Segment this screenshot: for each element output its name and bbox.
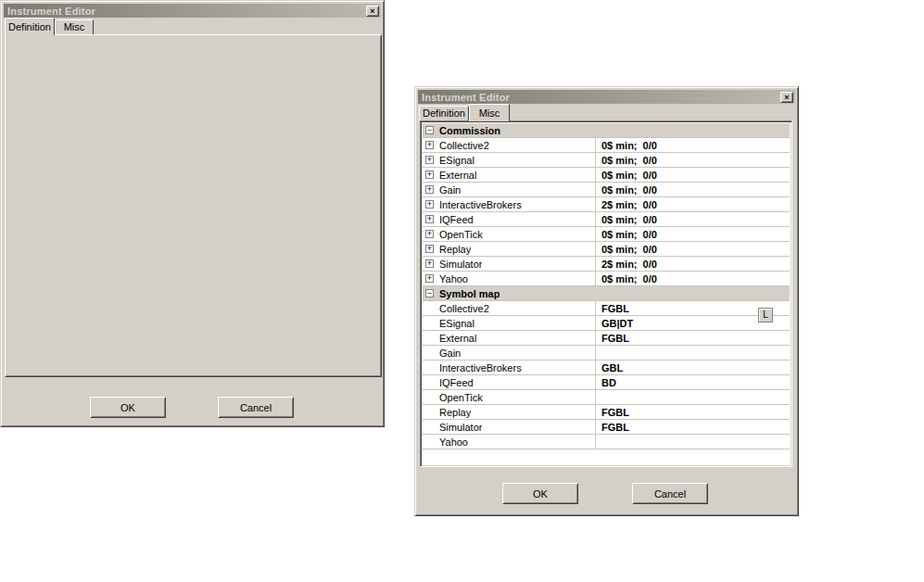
grid-group-header[interactable]: −Symbol map — [423, 286, 790, 301]
grid-row[interactable]: +Gain0$ min; 0/0 — [423, 183, 790, 197]
close-icon[interactable]: × — [366, 6, 379, 17]
property-name: External — [434, 333, 476, 344]
property-name: Simulator — [434, 259, 482, 270]
property-value[interactable]: 0$ min; 0/0 — [596, 214, 790, 225]
property-value[interactable]: FGBL — [596, 333, 790, 344]
property-value[interactable]: FGBL — [596, 422, 790, 433]
window-title: Instrument Editor — [7, 6, 95, 17]
property-value[interactable]: BD — [596, 377, 790, 388]
grid-row[interactable]: SimulatorFGBL — [423, 420, 790, 435]
collapse-icon[interactable]: − — [425, 289, 434, 297]
tab-misc[interactable]: Misc — [469, 104, 510, 121]
property-value[interactable]: 2$ min; 0/0 — [596, 259, 790, 270]
grid-row[interactable]: +ESignal0$ min; 0/0 — [423, 153, 790, 168]
misc-tab-panel: −Commission+Collective20$ min; 0/0+ESign… — [420, 120, 792, 467]
property-value[interactable]: 0$ min; 0/0 — [596, 170, 790, 181]
cancel-button[interactable]: Cancel — [218, 397, 294, 418]
expand-icon[interactable]: + — [425, 156, 434, 164]
tab-definition[interactable]: Definition — [5, 18, 55, 35]
grid-row[interactable]: Collective2FGBL — [423, 301, 790, 316]
property-name: IQFeed — [434, 214, 474, 225]
grid-row[interactable]: +OpenTick0$ min; 0/0 — [423, 227, 790, 242]
grid-row[interactable]: +Collective20$ min; 0/0 — [423, 138, 790, 153]
grid-row[interactable]: +IQFeed0$ min; 0/0 — [423, 212, 790, 227]
property-value[interactable]: 0$ min; 0/0 — [596, 155, 790, 166]
grid-row[interactable]: Yahoo — [423, 435, 790, 449]
grid-row[interactable]: ExternalFGBL — [423, 331, 790, 346]
property-name: OpenTick — [434, 392, 483, 403]
property-name: Yahoo — [434, 273, 468, 285]
ok-button[interactable]: OK — [502, 483, 578, 504]
grid-row[interactable]: ReplayFGBL — [423, 405, 790, 420]
property-name: InteractiveBrokers — [434, 362, 522, 373]
property-name: IQFeed — [434, 377, 474, 388]
property-value[interactable]: 2$ min; 0/0 — [596, 199, 790, 210]
property-name: OpenTick — [434, 229, 483, 240]
property-value[interactable]: 0$ min; 0/0 — [596, 184, 790, 196]
grid-row[interactable]: Gain — [423, 346, 790, 361]
titlebar[interactable]: Instrument Editor × — [418, 90, 795, 104]
property-name: External — [434, 170, 476, 181]
property-name: Simulator — [434, 422, 482, 433]
expand-icon[interactable]: + — [425, 200, 434, 209]
collapse-icon[interactable]: − — [425, 126, 434, 134]
property-value[interactable]: 0$ min; 0/0 — [596, 229, 790, 240]
tab-definition[interactable]: Definition — [419, 106, 469, 120]
grid-row[interactable]: +Yahoo0$ min; 0/0 — [423, 272, 790, 286]
grid-row[interactable]: OpenTick — [423, 390, 790, 405]
property-name: Gain — [434, 184, 461, 196]
grid-row[interactable]: InteractiveBrokersGBL — [423, 361, 790, 375]
group-header-label: Commission — [434, 125, 500, 136]
property-name: Replay — [434, 244, 471, 255]
property-value[interactable]: FGBL — [596, 407, 790, 418]
property-value[interactable]: 0$ min; 0/0 — [596, 140, 790, 151]
expand-icon[interactable]: + — [425, 185, 434, 194]
tab-misc[interactable]: Misc — [55, 19, 94, 34]
group-header-label: Symbol map — [434, 288, 500, 299]
property-name: Collective2 — [434, 303, 489, 314]
property-name: InteractiveBrokers — [434, 199, 522, 210]
property-name: Gain — [434, 348, 461, 359]
misc-property-grid: −Commission+Collective20$ min; 0/0+ESign… — [423, 123, 790, 464]
property-name: Yahoo — [434, 436, 468, 448]
definition-tab-panel — [5, 34, 382, 377]
desktop: Instrument Editor × Definition Misc Mast… — [0, 0, 924, 582]
grid-row[interactable]: +External0$ min; 0/0 — [423, 168, 790, 183]
window-title: Instrument Editor — [422, 92, 510, 103]
titlebar[interactable]: Instrument Editor × — [4, 4, 381, 18]
property-value[interactable]: 0$ min; 0/0 — [596, 244, 790, 255]
property-name: ESignal — [434, 155, 475, 166]
expand-icon[interactable]: + — [425, 274, 434, 283]
expand-icon[interactable]: + — [425, 215, 434, 223]
instrument-editor-misc-dialog: Instrument Editor × Definition Misc −Com… — [414, 86, 799, 516]
property-name: Replay — [434, 407, 471, 418]
grid-row[interactable]: +InteractiveBrokers2$ min; 0/0 — [423, 197, 790, 212]
ok-button[interactable]: OK — [90, 397, 166, 418]
expand-icon[interactable]: + — [425, 230, 434, 238]
property-name: ESignal — [434, 318, 475, 329]
symbol-lookup-button[interactable]: L — [758, 308, 773, 323]
expand-icon[interactable]: + — [425, 259, 434, 268]
instrument-editor-definition-dialog: Instrument Editor × Definition Misc Mast… — [0, 0, 385, 427]
expand-icon[interactable]: + — [425, 171, 434, 179]
property-name: Collective2 — [434, 140, 489, 151]
expand-icon[interactable]: + — [425, 141, 434, 149]
grid-group-header[interactable]: −Commission — [423, 123, 790, 138]
close-icon[interactable]: × — [780, 92, 793, 103]
grid-row[interactable]: ESignalGB|DT — [423, 316, 790, 331]
cancel-button[interactable]: Cancel — [632, 483, 708, 504]
property-value[interactable]: GBL — [596, 362, 790, 373]
grid-row[interactable]: IQFeedBD — [423, 375, 790, 390]
property-value[interactable]: 0$ min; 0/0 — [596, 273, 790, 285]
grid-row[interactable]: +Replay0$ min; 0/0 — [423, 242, 790, 257]
expand-icon[interactable]: + — [425, 245, 434, 253]
grid-row[interactable]: +Simulator2$ min; 0/0 — [423, 257, 790, 272]
